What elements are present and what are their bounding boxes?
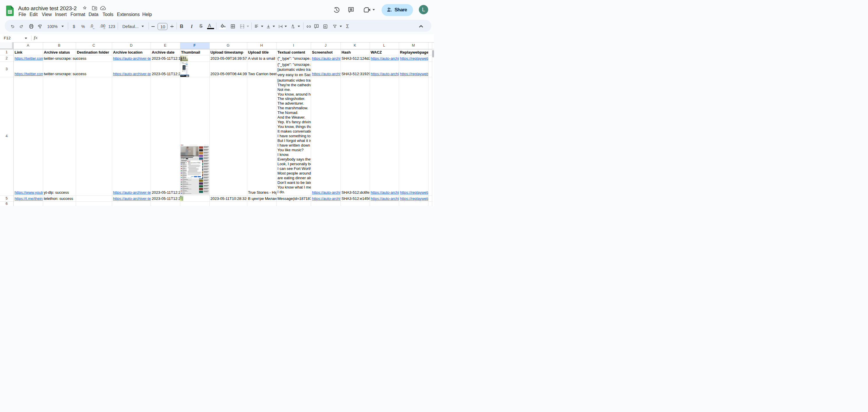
svg-text:Before you continue to YouTube: Before you continue to YouTube	[188, 162, 201, 163]
